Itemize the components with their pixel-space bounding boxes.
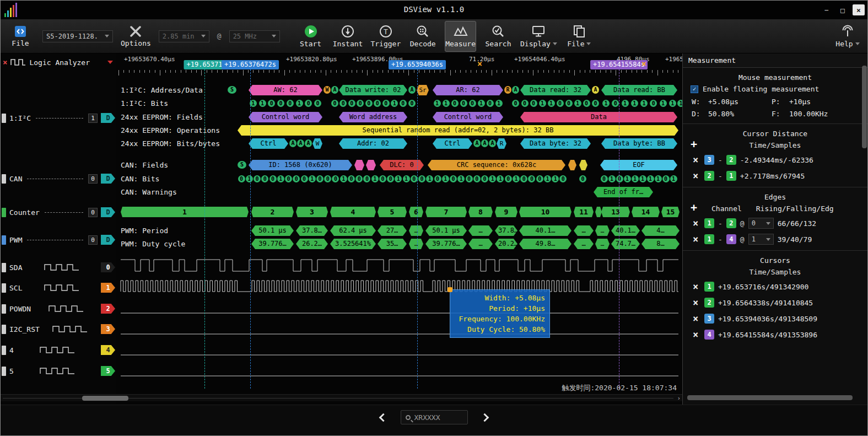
channel-number-badge[interactable]: 4 <box>101 345 115 355</box>
remove-button[interactable]: × <box>691 281 700 292</box>
channel-row-scl[interactable]: SCL1 <box>1 281 115 294</box>
decoder-d-badge[interactable]: D <box>101 174 115 184</box>
channel-number-badge[interactable]: 3 <box>101 324 115 334</box>
maximize-button[interactable]: □ <box>837 4 849 15</box>
ruler-tick <box>165 70 166 73</box>
next-page-button[interactable] <box>476 409 494 426</box>
channel-number-badge[interactable]: 0 <box>101 262 115 272</box>
channel-row-4[interactable]: 44 <box>1 343 115 357</box>
help-button[interactable]: Help <box>833 21 862 52</box>
remove-button[interactable]: × <box>691 329 700 340</box>
channel-number-badge[interactable]: 0 <box>88 174 98 184</box>
channel-color-swatch[interactable] <box>2 304 6 314</box>
channel-number-badge[interactable]: 0 <box>88 208 98 217</box>
cursor-badge[interactable]: 1 <box>704 282 714 292</box>
cursor-badge[interactable]: 1 <box>704 234 714 244</box>
panel-vertical-scrollbar[interactable] <box>862 66 867 148</box>
channel-row-powdn[interactable]: POWDN2 <box>1 302 115 315</box>
channel-number-badge[interactable]: 2 <box>101 304 115 314</box>
ruler-tick <box>528 70 529 73</box>
measure-button[interactable]: Measure <box>445 21 476 52</box>
decoder-d-badge[interactable]: D <box>101 207 115 217</box>
channel-row-5[interactable]: 55 <box>1 364 115 378</box>
wave-search-box[interactable]: XRXXXX <box>401 410 468 424</box>
channel-color-swatch[interactable] <box>2 235 6 245</box>
channel-row-can[interactable]: CAN0D <box>1 172 115 185</box>
cursor-badge[interactable]: 3 <box>704 314 714 324</box>
duration-select[interactable]: 2.85 min <box>159 30 209 42</box>
cursor-badge[interactable]: 4 <box>704 330 714 340</box>
add-distance-button[interactable]: + <box>691 139 697 148</box>
instant-button[interactable]: Instant <box>333 21 363 52</box>
distance-value: +2.7178ms/67945 <box>740 172 805 180</box>
cursor-flag-1[interactable]: +19.65371 <box>184 60 225 69</box>
channel-color-swatch[interactable] <box>2 114 6 123</box>
cursor-badge[interactable]: 1 <box>704 218 714 228</box>
remove-button[interactable]: × <box>691 297 700 308</box>
file-button[interactable]: File <box>6 21 35 52</box>
search-button[interactable]: Search <box>484 21 513 52</box>
channel-row-i2c-rst[interactable]: I2C_RST3 <box>1 322 115 336</box>
display-button[interactable]: Display <box>520 21 557 52</box>
cursor-badge[interactable]: 2 <box>704 171 714 181</box>
panel-horizontal-scrollbar[interactable] <box>687 395 853 400</box>
start-button[interactable]: Start <box>296 21 325 52</box>
edge-channel-select[interactable]: 0 <box>748 218 774 229</box>
channel-row-sda[interactable]: SDA0 <box>1 261 115 274</box>
trigger-marker-icon[interactable]: × <box>477 59 482 69</box>
trigger-marker-icon[interactable]: × <box>641 59 646 69</box>
remove-button[interactable]: × <box>691 234 700 245</box>
channel-color-swatch[interactable] <box>2 263 6 272</box>
channel-color-swatch[interactable] <box>2 208 6 217</box>
add-edge-button[interactable]: + <box>691 203 697 212</box>
channel-number-badge[interactable]: 1 <box>101 283 115 293</box>
bit-value: 0 <box>339 100 347 107</box>
remove-button[interactable]: × <box>691 218 700 229</box>
trigger-button[interactable]: T Trigger <box>370 21 401 52</box>
channel-color-swatch[interactable] <box>2 346 6 355</box>
device-menu-caret-icon[interactable] <box>107 61 113 64</box>
channel-color-swatch[interactable] <box>2 367 6 376</box>
close-button[interactable]: × <box>853 4 865 15</box>
ruler-tick <box>471 70 471 73</box>
cursor-flag-2[interactable]: +19.65376472s <box>222 60 279 69</box>
decode-button[interactable]: Decode <box>408 21 437 52</box>
options-button[interactable]: Options <box>121 21 151 52</box>
close-device-icon[interactable]: × <box>3 58 7 67</box>
minimize-button[interactable]: − <box>821 4 833 15</box>
channel-color-swatch[interactable] <box>2 283 6 293</box>
file-menu-button[interactable]: File <box>565 21 594 52</box>
channel-color-swatch[interactable] <box>2 325 6 334</box>
channel-row-counter[interactable]: Counter0D <box>1 206 115 219</box>
channel-number-badge[interactable]: 0 <box>88 235 98 245</box>
wave-area[interactable]: +19653670.40μs+19653820.80μs+19653896.00… <box>116 53 682 405</box>
scroll-right-arrow-icon[interactable]: › <box>677 395 681 402</box>
device-select[interactable]: S5-2019-1128. <box>42 30 113 42</box>
decoder-d-badge[interactable]: D <box>101 113 115 123</box>
remove-button[interactable]: × <box>691 154 700 165</box>
decode-segment: W <box>312 138 322 149</box>
cursor-badge[interactable]: 4 <box>726 234 736 244</box>
remove-button[interactable]: × <box>691 313 700 324</box>
cursor-badge[interactable]: 1 <box>726 171 736 181</box>
prev-page-button[interactable] <box>374 409 393 426</box>
edge-channel-select[interactable]: 1 <box>748 234 774 245</box>
cursor-flag-3[interactable]: +19.65394036s <box>389 60 446 69</box>
channel-number-badge[interactable]: 5 <box>101 366 115 376</box>
channel-row-1-i-c[interactable]: 1:I²C1D <box>1 111 115 125</box>
wave-horizontal-scrollbar[interactable]: › <box>1 394 682 401</box>
enable-floating-measurement-checkbox[interactable]: ✓ <box>691 85 698 93</box>
cursor-badge[interactable]: 3 <box>704 155 714 165</box>
cursor-badge[interactable]: 2 <box>726 155 736 165</box>
channel-color-swatch[interactable] <box>2 174 6 184</box>
samplerate-select[interactable]: 25 MHz <box>229 30 280 42</box>
channel-number-badge[interactable]: 1 <box>88 114 98 123</box>
cursor-flag-4[interactable]: +19.65415584s <box>590 60 648 69</box>
cursor-badge[interactable]: 2 <box>726 218 736 228</box>
scrollbar-handle[interactable] <box>82 396 128 401</box>
channel-row-pwm[interactable]: PWM0D <box>1 233 115 246</box>
remove-button[interactable]: × <box>691 170 700 181</box>
cursor-badge[interactable]: 2 <box>704 298 714 308</box>
separator-dash: - <box>718 235 723 244</box>
decoder-d-badge[interactable]: D <box>101 235 115 245</box>
